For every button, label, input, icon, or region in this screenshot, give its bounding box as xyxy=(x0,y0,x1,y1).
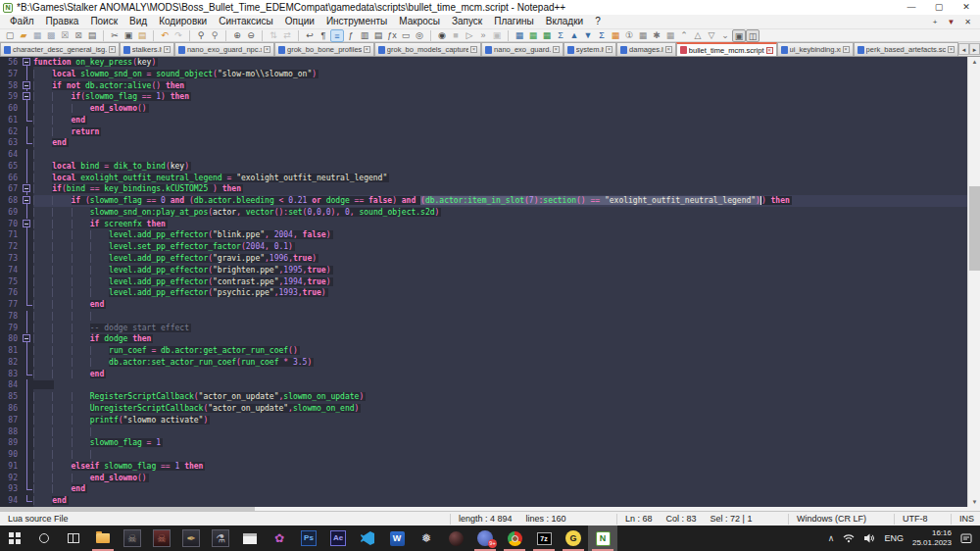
macro-save-icon[interactable]: ▣ xyxy=(490,29,504,42)
insert-mode-status[interactable]: INS xyxy=(951,514,980,525)
tab[interactable]: grok_bo_models_capture.ltx× xyxy=(374,42,481,56)
flask-app-icon[interactable]: ⚗ xyxy=(206,526,235,551)
cortana-search-button[interactable] xyxy=(29,526,59,551)
tab[interactable]: perk_based_artefacts.script× xyxy=(854,42,958,56)
tab[interactable]: character_desc_general_isg.xml× xyxy=(0,42,120,56)
maximize-button[interactable]: ▢ xyxy=(925,0,953,15)
plugin-next-icon[interactable]: ⌄ xyxy=(718,29,732,42)
sevenzip-icon[interactable]: 7z xyxy=(529,526,559,551)
after-effects-icon[interactable]: Ae xyxy=(323,526,353,551)
fold-collapse-icon[interactable] xyxy=(22,195,33,207)
redo-icon[interactable]: ↷ xyxy=(172,29,185,42)
monitoring-icon[interactable]: ▭ xyxy=(399,29,413,42)
minimize-button[interactable]: — xyxy=(898,0,925,15)
document-list-icon[interactable]: ▤ xyxy=(371,29,385,42)
code-area[interactable]: 56function on_key_press(key)57 local slo… xyxy=(0,57,967,507)
preview-icon[interactable]: ◎ xyxy=(413,29,426,42)
function-completion-icon[interactable]: ƒx xyxy=(385,29,399,42)
volume-icon[interactable] xyxy=(863,529,875,547)
fold-collapse-icon[interactable] xyxy=(22,80,33,92)
plugin-move-up-icon[interactable]: ▲ xyxy=(567,29,581,42)
tab[interactable]: bullet_time_mcm.script× xyxy=(676,42,777,56)
sync-horizontal-icon[interactable]: ⇄ xyxy=(280,29,294,42)
task-view-button[interactable] xyxy=(59,526,88,551)
fold-collapse-icon[interactable] xyxy=(22,219,33,230)
plugin-grid3-icon[interactable]: ▦ xyxy=(663,29,677,42)
save-icon[interactable]: ▦ xyxy=(30,29,44,42)
close-button[interactable]: ✕ xyxy=(953,0,980,15)
tab[interactable]: system.ltx× xyxy=(564,42,616,56)
close-all-icon[interactable]: ⊠ xyxy=(72,29,85,42)
fold-collapse-icon[interactable] xyxy=(22,333,33,345)
menu-item[interactable]: Плагины xyxy=(488,15,540,28)
fold-collapse-icon[interactable] xyxy=(22,57,33,69)
menu-item[interactable]: Синтаксисы xyxy=(213,15,279,28)
menu-item[interactable]: Макросы xyxy=(393,15,446,28)
find-icon[interactable]: ⚲ xyxy=(194,29,208,42)
plugin-grid-icon[interactable]: ▦ xyxy=(609,29,622,42)
start-button[interactable] xyxy=(0,526,29,551)
plugin-grid2-icon[interactable]: ▦ xyxy=(636,29,650,42)
close-file-icon[interactable]: ☒ xyxy=(58,29,72,42)
eol-format-status[interactable]: Windows (CR LF) xyxy=(788,514,894,525)
snowflake-app-icon[interactable]: ❅ xyxy=(412,526,441,551)
undo-icon[interactable]: ↶ xyxy=(158,29,172,42)
tray-expand-chevron-icon[interactable]: ∧ xyxy=(828,533,835,543)
wifi-icon[interactable] xyxy=(843,529,855,547)
sync-vertical-icon[interactable]: ⇅ xyxy=(267,29,280,42)
new-file-icon[interactable]: ▢ xyxy=(3,29,17,42)
plugin-settings-icon[interactable]: ✱ xyxy=(650,29,663,42)
close-tab-button[interactable]: ✕ xyxy=(959,18,976,26)
game-red-icon[interactable]: ☠ xyxy=(147,526,176,551)
zoom-in-icon[interactable]: ⊕ xyxy=(230,29,244,42)
action-center-icon[interactable] xyxy=(960,533,972,544)
word-icon[interactable]: W xyxy=(382,526,412,551)
tab[interactable]: nano_exo_guard.ltx× xyxy=(481,42,564,56)
notepadpp-taskbar-icon[interactable]: N xyxy=(588,526,617,551)
tab-close-icon[interactable]: × xyxy=(766,47,773,54)
scroll-down-arrow-icon[interactable]: ▼ xyxy=(968,497,980,507)
tab-close-icon[interactable]: × xyxy=(606,46,612,53)
macro-run-multiple-icon[interactable]: » xyxy=(476,29,490,42)
plugin-tri-up-icon[interactable]: △ xyxy=(691,29,705,42)
function-list-icon[interactable]: ƒ xyxy=(344,29,358,42)
plugin-compare-icon[interactable]: ▦ xyxy=(513,29,526,42)
plugin-move-down-icon[interactable]: ▼ xyxy=(581,29,595,42)
plugin-select-box-icon[interactable]: ▣ xyxy=(732,29,746,42)
plugin-prev-icon[interactable]: ⌃ xyxy=(677,29,691,42)
tab[interactable]: grok_bo_bone_profiles.ltx× xyxy=(274,42,374,56)
open-file-icon[interactable]: ▰ xyxy=(17,29,30,42)
tab[interactable]: damages.ltx× xyxy=(616,42,676,56)
menu-item[interactable]: ? xyxy=(589,15,607,28)
document-map-icon[interactable]: ▥ xyxy=(358,29,371,42)
menu-item[interactable]: Запуск xyxy=(446,15,488,28)
menu-item[interactable]: Поиск xyxy=(84,15,123,28)
chrome-icon[interactable] xyxy=(500,526,529,551)
tab-close-icon[interactable]: × xyxy=(948,46,955,53)
menu-item[interactable]: Вкладки xyxy=(540,15,589,28)
paste-icon[interactable]: ▤ xyxy=(135,29,149,42)
tab[interactable]: ui_keybinding.xml× xyxy=(777,42,854,56)
menu-item[interactable]: Правка xyxy=(40,15,85,28)
indent-guide-icon[interactable]: ≡ xyxy=(330,29,344,42)
plugin-first-icon[interactable]: ① xyxy=(622,29,636,42)
tab-list-dropdown-button[interactable]: ▼ xyxy=(942,18,959,26)
zoom-out-icon[interactable]: ⊖ xyxy=(244,29,258,42)
file-explorer-icon[interactable] xyxy=(88,526,118,551)
tab[interactable]: stalkers.ltx× xyxy=(120,42,174,56)
plugin-tri-down-icon[interactable]: ▽ xyxy=(705,29,718,42)
chat-app-icon[interactable]: 9+ xyxy=(470,526,500,551)
magenta-app-icon[interactable]: ✿ xyxy=(265,526,294,551)
tab-scroll-right-button[interactable]: ▸ xyxy=(969,43,980,55)
horizontal-scrollbar-thumb[interactable] xyxy=(0,507,255,511)
plugin-sigma-icon[interactable]: Σ xyxy=(554,29,567,42)
photoshop-icon[interactable]: Ps xyxy=(294,526,323,551)
tab-close-icon[interactable]: × xyxy=(553,46,560,53)
tab-scroll-left-button[interactable]: ◂ xyxy=(958,43,969,55)
tab-close-icon[interactable]: × xyxy=(470,46,477,53)
tab-close-icon[interactable]: × xyxy=(843,46,850,53)
g-app-icon[interactable]: G xyxy=(559,526,588,551)
print-icon[interactable]: ▤ xyxy=(85,29,99,42)
tab-close-icon[interactable]: × xyxy=(364,46,370,53)
tab-close-icon[interactable]: × xyxy=(264,46,270,53)
